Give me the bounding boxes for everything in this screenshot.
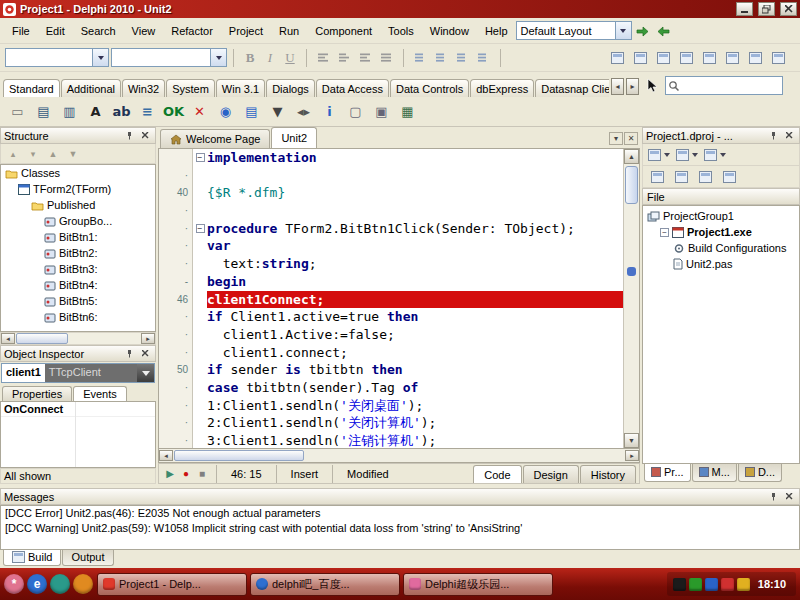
structure-node[interactable]: Classes <box>1 165 155 181</box>
quicklaunch-messenger-icon[interactable] <box>50 574 70 594</box>
menu-item-view[interactable]: View <box>124 20 164 42</box>
move-down-icon[interactable]: ▼ <box>65 149 81 159</box>
palette-tab-standard[interactable]: Standard <box>3 79 60 97</box>
view-tab-code[interactable]: Code <box>473 465 521 483</box>
taskbar-button[interactable]: Delphi超级乐园... <box>403 573 553 596</box>
tray-update-icon[interactable] <box>721 578 734 591</box>
columns-icon[interactable] <box>676 48 697 68</box>
move-up-icon[interactable]: ▲ <box>45 149 61 159</box>
close-icon[interactable] <box>783 491 796 503</box>
layout-icon[interactable] <box>630 48 651 68</box>
scroll-up-icon[interactable]: ▲ <box>624 149 639 164</box>
palette-tab-system[interactable]: System <box>166 79 215 97</box>
palette-search-input[interactable] <box>680 80 776 92</box>
align-center-icon[interactable] <box>334 48 355 68</box>
inspector-tab-events[interactable]: Events <box>73 386 127 401</box>
close-tab-icon[interactable]: ✕ <box>624 132 638 145</box>
component-memo-icon[interactable]: ≡ <box>136 100 159 123</box>
format-i-button[interactable]: I <box>260 48 280 68</box>
fold-toggle-icon[interactable]: − <box>196 153 205 162</box>
apply-layout-icon[interactable] <box>632 20 653 41</box>
taskbar-button[interactable]: Project1 - Delp... <box>97 573 247 596</box>
code-line[interactable]: ·2:Client1.sendln('关闭计算机'); <box>159 414 623 432</box>
project-node[interactable]: Build Configurations <box>643 240 799 256</box>
style-combo-2[interactable] <box>111 48 227 67</box>
component-frames-icon[interactable]: ▭ <box>6 100 29 123</box>
tray-security-icon[interactable] <box>689 578 702 591</box>
macro-stop-icon[interactable]: ■ <box>194 468 210 479</box>
save-layout-icon[interactable] <box>653 20 674 41</box>
menu-item-search[interactable]: Search <box>73 20 124 42</box>
component-popupmenu-icon[interactable]: ▥ <box>58 100 81 123</box>
pm-add-icon[interactable] <box>671 167 692 187</box>
component-combobox-icon[interactable]: ▼ <box>266 100 289 123</box>
view-tab-design[interactable]: Design <box>523 465 579 483</box>
scroll-thumb[interactable] <box>625 166 638 204</box>
structure-node[interactable]: BitBtn5: <box>1 293 155 309</box>
align-left-icon[interactable] <box>313 48 334 68</box>
minimize-button[interactable] <box>736 2 753 16</box>
palette-tab-datasnap-client[interactable]: Datasnap Client <box>535 79 609 97</box>
dock-tab-model[interactable]: M... <box>692 464 737 482</box>
code-line[interactable]: ·var <box>159 237 623 255</box>
code-line[interactable]: · text:string; <box>159 255 623 273</box>
arrange-icon[interactable] <box>745 48 766 68</box>
close-icon[interactable] <box>139 348 152 360</box>
component-panel-icon[interactable]: ▣ <box>370 100 393 123</box>
menu-item-project[interactable]: Project <box>221 20 271 42</box>
menu-item-window[interactable]: Window <box>422 20 477 42</box>
palette-tab-win-3-1[interactable]: Win 3.1 <box>216 79 265 97</box>
chevron-down-icon[interactable] <box>210 49 226 66</box>
quicklaunch-flower-icon[interactable]: * <box>4 574 24 594</box>
scroll-right-icon[interactable]: ▸ <box>625 450 639 461</box>
tab-list-icon[interactable]: ▾ <box>609 132 623 145</box>
close-button[interactable] <box>780 2 797 16</box>
message-line[interactable]: [DCC Warning] Unit2.pas(59): W1058 Impli… <box>1 521 799 536</box>
editor-tab-welcome-page[interactable]: Welcome Page <box>160 129 270 148</box>
code-line[interactable]: · <box>159 167 623 185</box>
messages-tab-output[interactable]: Output <box>62 550 113 566</box>
structure-node[interactable]: Published <box>1 197 155 213</box>
pm-remove-icon[interactable] <box>695 167 716 187</box>
macro-record-icon[interactable]: ● <box>178 468 194 479</box>
window-icon[interactable] <box>722 48 743 68</box>
pin-icon[interactable] <box>123 348 136 360</box>
scroll-left-icon[interactable]: ◂ <box>1 333 15 344</box>
code-line[interactable]: ·if Client1.active=true then <box>159 308 623 326</box>
view-tab-history[interactable]: History <box>580 465 636 483</box>
layout-selector[interactable]: Default Layout <box>516 21 632 40</box>
structure-node[interactable]: GroupBo... <box>1 213 155 229</box>
component-button-ok-icon[interactable]: OK <box>162 100 185 123</box>
message-line[interactable]: [DCC Error] Unit2.pas(46): E2035 Not eno… <box>1 506 799 521</box>
structure-node[interactable]: BitBtn3: <box>1 261 155 277</box>
close-icon[interactable] <box>783 130 796 142</box>
style-combo-1[interactable] <box>5 48 109 67</box>
chevron-down-icon[interactable] <box>662 147 671 163</box>
pm-open-button[interactable] <box>675 146 700 164</box>
pin-icon[interactable] <box>767 491 780 503</box>
component-mainmenu-icon[interactable]: ▤ <box>32 100 55 123</box>
menu-item-help[interactable]: Help <box>477 20 516 42</box>
palette-tab-data-access[interactable]: Data Access <box>316 79 389 97</box>
palette-tab-additional[interactable]: Additional <box>61 79 121 97</box>
palette-scroll-left-icon[interactable]: ◂ <box>611 78 624 95</box>
options-icon[interactable] <box>768 48 789 68</box>
numbered-list-icon[interactable] <box>431 48 452 68</box>
chevron-down-icon[interactable] <box>615 22 631 39</box>
pm-sync-button[interactable] <box>703 146 728 164</box>
taskbar-button[interactable]: delphi吧_百度... <box>250 573 400 596</box>
table-icon[interactable] <box>653 48 674 68</box>
palette-tab-data-controls[interactable]: Data Controls <box>390 79 469 97</box>
indent-icon[interactable] <box>473 48 494 68</box>
palette-tab-win32[interactable]: Win32 <box>122 79 165 97</box>
menu-item-edit[interactable]: Edit <box>38 20 73 42</box>
code-line[interactable]: · client1.Active:=false; <box>159 326 623 344</box>
collapse-all-icon[interactable]: ▴ <box>5 149 21 159</box>
view-icon[interactable] <box>699 48 720 68</box>
code-line[interactable]: −implementation <box>159 149 623 167</box>
editor-vscrollbar[interactable]: ▲ ▼ <box>623 149 639 448</box>
component-scrollbar-icon[interactable]: ◂▸ <box>292 100 315 123</box>
code-line[interactable]: ·3:Client1.sendln('注销计算机'); <box>159 432 623 448</box>
inspector-row[interactable]: OnConnect <box>1 402 155 417</box>
messages-tab-build[interactable]: Build <box>3 550 61 566</box>
